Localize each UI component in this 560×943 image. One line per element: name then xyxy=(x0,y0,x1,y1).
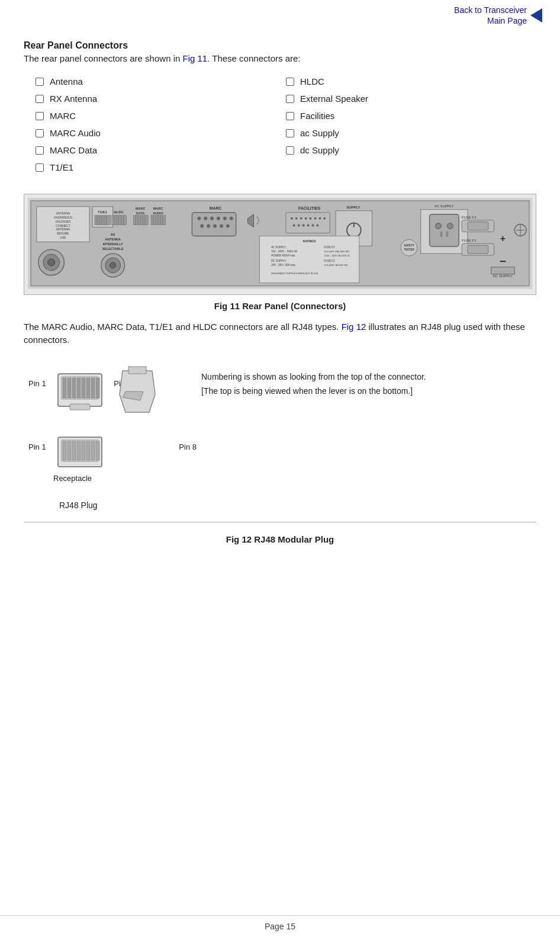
svg-text:+: + xyxy=(500,234,506,244)
svg-rect-142 xyxy=(86,441,90,460)
svg-rect-138 xyxy=(67,441,71,460)
svg-point-71 xyxy=(310,217,312,220)
svg-rect-141 xyxy=(82,441,85,460)
svg-rect-66 xyxy=(286,213,330,233)
divider xyxy=(24,522,536,522)
svg-point-79 xyxy=(311,224,314,227)
bullet-icon xyxy=(286,112,294,120)
svg-rect-117 xyxy=(491,267,515,274)
svg-point-101 xyxy=(436,223,442,229)
svg-point-50 xyxy=(110,262,116,268)
svg-text:ANTENNA: ANTENNA xyxy=(56,212,70,215)
connector-label: RX Antenna xyxy=(50,94,97,104)
svg-text:110-240V 16A 250V IEC: 110-240V 16A 250V IEC xyxy=(324,251,349,254)
svg-rect-100 xyxy=(430,214,459,246)
svg-point-69 xyxy=(300,217,302,220)
plug-diagrams: Pin 1 Pin 8 xyxy=(53,365,172,483)
svg-point-73 xyxy=(318,217,321,220)
svg-rect-140 xyxy=(77,441,81,460)
bullet-icon xyxy=(286,129,294,137)
svg-rect-130 xyxy=(96,378,99,398)
svg-point-80 xyxy=(316,224,318,227)
svg-point-56 xyxy=(217,217,220,220)
svg-text:MARC: MARC xyxy=(153,207,163,210)
bullet-icon xyxy=(286,78,294,86)
svg-point-59 xyxy=(200,224,204,228)
connector-hldc: HLDC xyxy=(286,73,536,90)
receptacle-svg xyxy=(53,434,107,470)
rear-panel-svg: ANTENNA HAZARDOUS VOLTAGES CONNECT ANTEN… xyxy=(28,198,532,289)
fig11-link[interactable]: Fig 11 xyxy=(182,53,207,63)
numbering-text-line2: [The top is being viewed when the lever … xyxy=(201,386,426,396)
svg-rect-144 xyxy=(96,441,99,460)
rear-panel-image: ANTENNA HAZARDOUS VOLTAGES CONNECT ANTEN… xyxy=(24,194,536,295)
svg-point-68 xyxy=(295,217,298,220)
page-footer: Page 15 xyxy=(0,915,560,931)
connector-t1e1: T1/E1 xyxy=(36,159,286,176)
section-title: Rear Panel Connectors xyxy=(24,40,536,51)
svg-text:AUDIO: AUDIO xyxy=(153,211,163,215)
pin1-label-bottom: Pin 1 xyxy=(28,442,46,451)
svg-point-74 xyxy=(323,217,326,220)
svg-point-77 xyxy=(302,224,305,227)
connectors-list: Antenna RX Antenna MARC MARC Audio MARC … xyxy=(36,73,536,176)
svg-rect-110 xyxy=(468,222,488,230)
plug-top-view: Pin 1 Pin 8 xyxy=(53,371,107,414)
svg-text:FACILITIES: FACILITIES xyxy=(298,206,321,210)
connector-label: ac Supply xyxy=(300,128,339,138)
connector-marc-data: MARC Data xyxy=(36,142,286,159)
plug-side-view xyxy=(114,365,161,420)
svg-text:SUPPLY: SUPPLY xyxy=(346,206,360,209)
svg-rect-127 xyxy=(82,378,85,398)
svg-point-55 xyxy=(210,217,214,220)
connector-rx-antenna: RX Antenna xyxy=(36,90,286,107)
svg-text:TESTED: TESTED xyxy=(404,249,414,252)
svg-text:HLDC: HLDC xyxy=(114,210,124,214)
svg-point-61 xyxy=(213,224,217,228)
connector-label: External Speaker xyxy=(300,94,368,104)
connector-label: Antenna xyxy=(50,76,83,86)
connector-label: MARC xyxy=(50,111,76,121)
receptacle-row: Pin 1 Pin 8 Receptacle xyxy=(53,434,172,483)
intro-prefix: The rear panel connectors are shown in xyxy=(24,53,182,63)
svg-text:FUSE F1: FUSE F1 xyxy=(324,259,335,262)
page-number: Page 15 xyxy=(265,922,295,931)
connector-ac-supply: ac Supply xyxy=(286,124,536,142)
svg-text:MARC: MARC xyxy=(210,206,222,210)
svg-text:T1/E1: T1/E1 xyxy=(98,210,108,214)
svg-point-75 xyxy=(293,224,295,227)
svg-point-70 xyxy=(305,217,307,220)
svg-text:110-240V 7A 250V IEC: 110-240V 7A 250V IEC xyxy=(324,264,348,267)
bullet-icon xyxy=(36,163,44,172)
svg-rect-129 xyxy=(91,378,95,398)
connector-label: MARC Audio xyxy=(50,128,101,138)
svg-text:110 - 240V ~ 50Hz 4A: 110 - 240V ~ 50Hz 4A xyxy=(271,251,297,254)
intro-suffix: . These connectors are: xyxy=(207,53,300,63)
connector-ext-speaker: External Speaker xyxy=(286,90,536,107)
connector-label: MARC Data xyxy=(50,145,97,155)
connector-label: dc Supply xyxy=(300,145,339,155)
svg-rect-124 xyxy=(67,378,71,398)
svg-point-57 xyxy=(223,217,227,220)
svg-text:24V - 28V / 30A max: 24V - 28V / 30A max xyxy=(271,264,295,267)
pin8-label-bottom: Pin 8 xyxy=(179,442,197,451)
svg-text:ANTENNA: ANTENNA xyxy=(56,229,70,232)
back-link-line2: Main Page xyxy=(454,15,527,26)
pin1-label-top: Pin 1 xyxy=(28,379,46,388)
svg-rect-125 xyxy=(72,378,76,398)
svg-point-12 xyxy=(48,259,55,266)
back-to-main-link[interactable]: Back to Transceiver Main Page xyxy=(454,5,542,26)
intro-text: The rear panel connectors are shown in F… xyxy=(24,53,536,63)
svg-point-67 xyxy=(291,217,293,220)
svg-rect-128 xyxy=(86,378,90,398)
description-text: The MARC Audio, MARC Data, T1/E1 and HLD… xyxy=(24,320,536,347)
rj48-diagram-section: Pin 1 Pin 8 xyxy=(53,365,536,483)
fig11-caption: Fig 11 Rear Panel (Connectors) xyxy=(24,301,536,311)
svg-rect-123 xyxy=(63,378,66,398)
fig12-link-inline[interactable]: Fig 12 xyxy=(342,322,366,332)
svg-text:FUSE F1: FUSE F1 xyxy=(462,239,477,243)
svg-rect-52 xyxy=(192,213,236,236)
bullet-icon xyxy=(36,146,44,155)
rj48-plug-label: RJ48 Plug xyxy=(59,501,536,510)
svg-text:AC SUPPLY:: AC SUPPLY: xyxy=(271,246,287,249)
